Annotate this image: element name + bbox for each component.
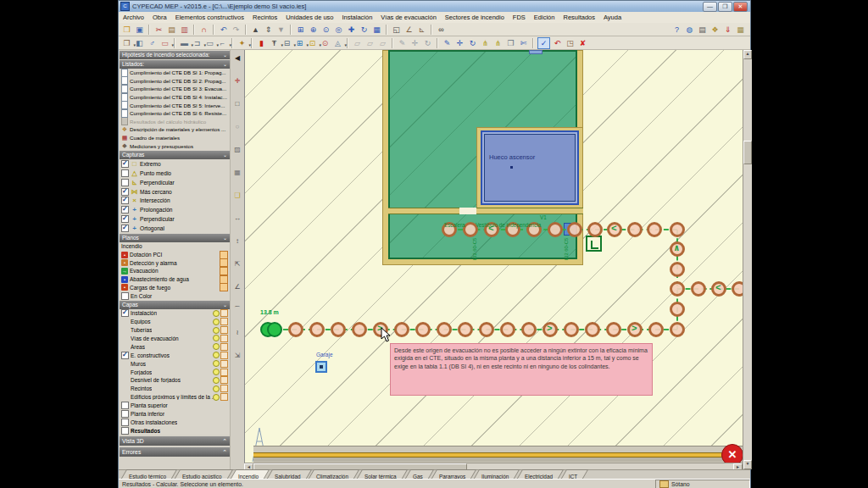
maximize-button[interactable]: ❐ [718,2,732,12]
layer-pen-icon[interactable] [220,309,228,317]
evacuation-node[interactable] [437,322,452,337]
snap-punto-medio[interactable]: △Punto medio [120,169,230,178]
group-icon[interactable]: ◬▾ [332,38,343,48]
planos-header[interactable]: Planos ⌄ [120,234,230,242]
plant-selector[interactable]: Sótano [655,480,750,488]
redo-icon[interactable]: ↷ [231,25,242,35]
layer-pen-icon[interactable] [220,352,228,359]
capa-forjados[interactable]: Forjados [120,368,230,376]
capa-resultados[interactable]: Resultados [120,426,230,435]
window-icon[interactable]: ◱ [391,25,402,35]
grid-icon[interactable]: ▦ [232,168,242,178]
angle-icon[interactable]: ⊾ [416,25,427,35]
dim-aligned-icon[interactable]: ⇱ [232,259,242,269]
marker-mid-icon[interactable]: ⇕ [263,25,274,35]
evacuation-node[interactable] [394,322,409,337]
plano-abastecimiento-de-agua[interactable]: •Abastecimiento de agua [120,275,230,284]
zoom-all-icon[interactable]: ⊕ [308,25,319,35]
fire-equip-icon[interactable]: ▮ [256,38,267,48]
capa-instalacion[interactable]: Instalación [120,309,230,318]
menu-fds[interactable]: FDS [509,12,530,23]
evacuation-node[interactable] [670,322,685,337]
layer-pen-icon[interactable] [220,318,228,325]
undo-red-icon[interactable]: ↶ [552,38,563,48]
layer-color-icon[interactable] [213,360,220,367]
snap-perpendicular[interactable]: +Perpendicular [120,214,230,224]
detector-icon[interactable]: ⊟▾ [281,38,292,48]
evacuation-node[interactable] [500,322,515,337]
evacuation-node[interactable] [352,322,367,337]
evacuation-node[interactable] [309,322,325,337]
listado-cumplimiento-del-cte-db-si-1[interactable]: Cumplimiento del CTE DB SI 1: Propag... [120,69,230,77]
menu-sectores-de-incendio[interactable]: Sectores de incendio [441,12,509,23]
web-icon[interactable]: ◍ [684,25,695,35]
pointer-icon[interactable]: ◀ [232,53,242,64]
tools-icon[interactable]: ✛ [232,76,242,86]
menu-unidades-de-uso[interactable]: Unidades de uso [281,12,337,23]
vertical-scrollbar[interactable]: ▲ ▼ [743,50,752,469]
views-icon[interactable]: ▦ [371,25,382,35]
capas-header[interactable]: Capas ⌄ [120,301,230,309]
checkbox[interactable] [121,309,129,317]
layer-pen-icon[interactable] [220,393,228,401]
curve-icon[interactable]: ≀ [232,328,242,338]
capa-otras-instalaciones[interactable]: Otras instalaciones [120,418,230,426]
snap-interseccion[interactable]: ×Intersección [120,197,230,206]
zoom-prev-icon[interactable]: ◎ [333,25,344,35]
tab-iluminacion[interactable]: Iluminación [474,469,520,479]
checkbox[interactable] [121,179,129,186]
layer-color-icon[interactable] [213,377,220,384]
open-icon[interactable]: ❒ [121,25,132,35]
capturas-header[interactable]: Capturas ⌄ [120,151,230,159]
snap-mas-cercano[interactable]: ⋈Más cercano [120,187,230,197]
capa-desnivel-de-forjados[interactable]: Desnivel de forjados [120,376,230,385]
tab-pararrayos[interactable]: Pararrayos [431,469,477,479]
menu-elementos-constructivos[interactable]: Elementos constructivos [171,12,248,23]
plano-cargas-de-fuego[interactable]: •Cargas de fuego [120,284,230,292]
save-icon[interactable]: ▣ [134,25,145,35]
zoom-scale-icon[interactable]: ⊙ [320,25,331,35]
dim-radius-icon[interactable]: ⌒ [232,305,242,315]
chevron-down-icon[interactable]: ⌄ [223,234,227,242]
insert-window-icon[interactable]: ▭▾ [204,38,215,48]
menu-archivo[interactable]: Archivo [119,12,148,23]
layer-pen-icon[interactable] [220,376,228,384]
tab-gas[interactable]: Gas [405,469,434,479]
exit-door-icon[interactable] [586,236,602,252]
plano-deteccion-y-alarma[interactable]: •Detección y alarma [120,258,230,267]
chevron-down-icon[interactable]: ⌄ [223,151,227,159]
checkbox[interactable] [121,292,129,300]
plano-incendio[interactable]: Incendio [120,242,230,251]
paste-icon[interactable]: ▱ [364,38,376,48]
insert-slab-icon[interactable]: ⌐▾ [217,38,228,48]
evacuation-node[interactable] [585,322,600,337]
checkbox[interactable] [121,410,129,418]
marker-down-icon[interactable]: ▼ [275,25,287,35]
layer-options-icon[interactable] [220,251,228,259]
layer-pen-icon[interactable] [220,360,228,368]
menu-vias-de-evacuacion[interactable]: Vías de evacuación [376,12,440,23]
checkbox[interactable] [121,160,129,168]
evacuation-node[interactable] [648,322,664,337]
layer-options-icon[interactable] [220,275,228,284]
capa-e-constructivos[interactable]: E. constructivos [120,351,230,359]
cancel-icon[interactable]: ✘ [577,38,588,48]
magnet-icon[interactable]: ∩ [198,25,209,35]
evacuation-node[interactable] [479,322,494,337]
listado-descripcion-de-materiales-y[interactable]: ❖Descripción de materiales y elementos .… [120,125,230,134]
snap-ortogonal[interactable]: +Ortogonal [120,224,230,233]
checkbox[interactable] [121,197,129,204]
snap-prolongacion[interactable]: +Prolongación [120,205,230,214]
extinguisher-icon[interactable]: ⊙ [320,38,331,48]
evacuation-node[interactable] [691,281,706,297]
evacuation-node[interactable] [670,302,685,317]
layer-options-icon[interactable] [220,258,228,267]
dropdown-arrow-icon[interactable]: ▾ [229,40,231,50]
evacuation-node[interactable] [627,222,643,237]
selected-element-marker[interactable] [315,361,327,373]
layer-pen-icon[interactable] [220,385,228,392]
checkbox[interactable] [121,402,129,409]
evacuation-node[interactable] [670,222,685,237]
dxf-icon[interactable]: ▥ [179,25,190,35]
redraw-icon[interactable]: ↻ [359,25,370,35]
